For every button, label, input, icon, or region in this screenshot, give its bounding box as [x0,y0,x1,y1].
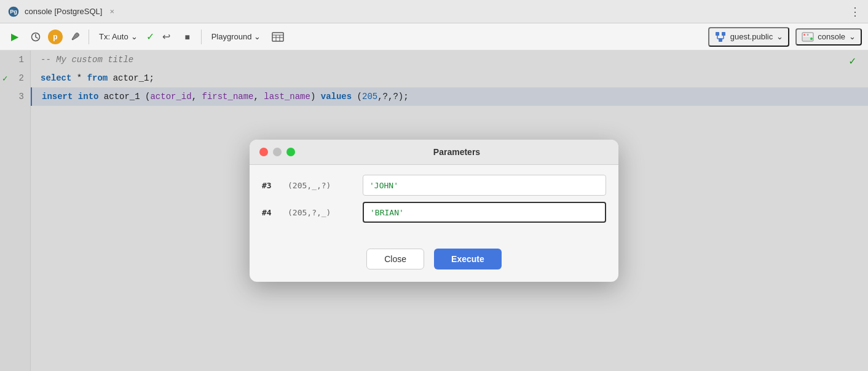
playground-dropdown[interactable]: Playground ⌄ [207,30,266,44]
close-dialog-button[interactable]: Close [366,249,424,269]
toolbar-right: guest.public ⌄ console ⌄ [708,27,862,47]
traffic-light-red[interactable] [259,148,268,156]
toolbar: ▶ p Tx: Auto ⌄ ✓ ↩ ■ Playground ⌄ [0,23,868,50]
undo-button[interactable]: ↩ [158,28,175,46]
svg-rect-9 [722,32,725,36]
tx-dropdown[interactable]: Tx: Auto ⌄ [94,30,143,44]
parameters-dialog: Parameters #3 (205,_,?) #4 (205,?,_) [250,140,618,282]
dialog-footer: Close Execute [250,241,618,282]
execute-button[interactable]: Execute [434,249,502,269]
history-icon [31,32,41,42]
param-row-2: #4 (205,?,_) [262,202,606,223]
schema-label: guest.public [730,32,773,41]
svg-text:Pg: Pg [10,9,17,15]
toolbar-divider-1 [89,30,89,44]
table-icon [272,32,284,42]
wrench-icon [70,32,80,42]
modal-overlay: Parameters #3 (205,_,?) #4 (205,?,_) [0,50,868,371]
history-button[interactable] [27,28,44,46]
tx-chevron: ⌄ [131,32,138,41]
title-bar: Pg console [PostgreSQL] × ⋮ [0,0,868,23]
window-menu-button[interactable]: ⋮ [850,5,861,18]
svg-point-17 [807,34,809,36]
console-chevron: ⌄ [849,32,856,41]
schema-selector[interactable]: guest.public ⌄ [708,27,789,47]
svg-rect-3 [272,33,283,41]
wrench-button[interactable] [66,28,84,46]
param-2-input[interactable] [363,202,606,223]
console-label: console [818,32,845,41]
run-button[interactable]: ▶ [6,28,23,46]
param-1-hint: (205,_,?) [288,181,355,190]
param-2-id: #4 [262,208,280,217]
commit-button[interactable]: ✓ [146,31,154,42]
postgresql-icon: Pg [7,6,20,18]
param-1-input[interactable] [363,175,606,196]
playground-label: Playground [211,32,252,41]
traffic-lights [259,148,295,156]
svg-rect-8 [716,32,719,36]
svg-point-19 [810,38,813,40]
window-title: console [PostgreSQL] [25,7,102,16]
param-row-1: #3 (205,_,?) [262,175,606,196]
dialog-body: #3 (205,_,?) #4 (205,?,_) [250,165,618,241]
user-badge[interactable]: p [48,30,63,44]
schema-chevron: ⌄ [776,32,783,41]
console-icon [802,32,814,42]
toolbar-divider-2 [201,30,202,44]
schema-icon [714,31,727,43]
tx-label: Tx: Auto [99,32,128,41]
table-view-button[interactable] [269,28,286,46]
traffic-light-green[interactable] [286,148,295,156]
window-close-button[interactable]: × [109,7,114,16]
main-area: 1 ✓ 2 3 -- My custom title select * from… [0,50,868,371]
dialog-titlebar: Parameters [250,140,618,165]
svg-point-16 [803,34,805,36]
dialog-title: Parameters [305,147,609,157]
playground-chevron: ⌄ [254,32,261,41]
stop-button[interactable]: ■ [179,28,196,46]
traffic-light-yellow[interactable] [273,148,282,156]
param-2-hint: (205,?,_) [288,208,355,217]
param-1-id: #3 [262,181,280,190]
console-selector[interactable]: console ⌄ [795,28,862,46]
